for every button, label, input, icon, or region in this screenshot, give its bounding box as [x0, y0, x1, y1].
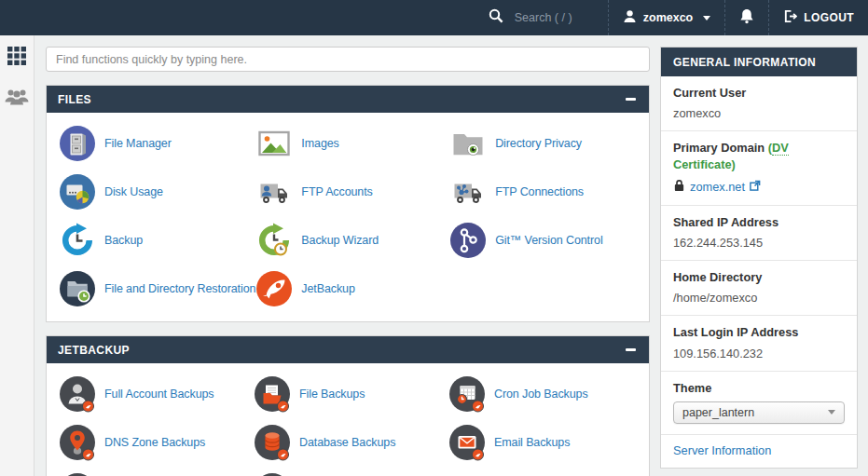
file-manager-icon [59, 125, 96, 162]
logout-label: LOGOUT [804, 11, 854, 24]
logout-button[interactable]: LOGOUT [768, 0, 868, 35]
global-search[interactable]: Search ( / ) [475, 0, 608, 35]
app-item-label[interactable]: File Backups [299, 388, 365, 401]
jetbackup-panel: JETBACKUP Full Account Backups File Back… [46, 335, 650, 476]
theme-label: Theme [673, 380, 845, 396]
dns-zone-backups-icon [59, 424, 96, 461]
app-item-cron-job-backups[interactable]: Cron Job Backups [448, 374, 643, 415]
main-content: FILES File Manager Images [46, 35, 650, 476]
email-backups-icon [448, 424, 486, 461]
database-backups-icon [254, 424, 291, 461]
collapse-files-button[interactable] [624, 92, 638, 106]
app-item-label[interactable]: Disk Usage [104, 185, 163, 198]
app-item-label[interactable]: FTP Connections [495, 185, 584, 198]
app-item-label[interactable]: Directory Privacy [495, 137, 582, 150]
files-panel-title: FILES [58, 93, 91, 106]
file-backups-icon [254, 375, 291, 413]
left-rail [0, 35, 34, 476]
app-item-label[interactable]: File Manager [104, 137, 172, 150]
app-item-full-account-backups[interactable]: Full Account Backups [59, 374, 254, 415]
home-directory-value: /home/zomexco [673, 291, 845, 305]
current-user-value: zomexco [673, 106, 845, 120]
app-item-label[interactable]: Email Backups [494, 436, 570, 449]
app-item-label[interactable]: Database Backups [299, 436, 395, 449]
app-item-directory-privacy[interactable]: Directory Privacy [449, 123, 643, 164]
user-icon [623, 9, 637, 26]
user-manager-icon[interactable] [5, 88, 29, 105]
last-login-value: 109.156.140.232 [673, 347, 845, 360]
app-item-label[interactable]: JetBackup [301, 282, 354, 295]
app-item-database-backups[interactable]: Database Backups [254, 422, 448, 463]
bell-icon [739, 8, 754, 28]
general-information-header: GENERAL INFORMATION [661, 48, 857, 76]
backup-icon [59, 222, 96, 259]
app-item-jetbackup[interactable]: JetBackup [255, 268, 449, 309]
queue-icon [59, 472, 96, 476]
home-directory-label: Home Directory [673, 269, 845, 285]
images-icon [255, 125, 293, 162]
git-icon [449, 222, 487, 259]
notifications-button[interactable] [724, 0, 768, 35]
theme-select[interactable]: paper_lantern [673, 401, 845, 424]
search-icon [489, 8, 503, 27]
cron-job-backups-icon [448, 375, 486, 413]
app-item-queue[interactable]: Queue [59, 470, 254, 476]
shared-ip-row: Shared IP Address 162.244.253.145 [661, 205, 857, 260]
app-item-images[interactable]: Images [255, 123, 449, 164]
app-item-label[interactable]: Cron Job Backups [494, 388, 588, 401]
minus-icon [626, 348, 636, 351]
app-item-dns-zone-backups[interactable]: DNS Zone Backups [59, 422, 254, 463]
app-item-file-backups[interactable]: File Backups [254, 374, 448, 415]
files-items-grid: File Manager Images Directory Privacy [47, 113, 649, 321]
username: zomexco [643, 11, 694, 24]
ftp-connections-icon [449, 173, 487, 211]
server-information-link[interactable]: Server Information [673, 443, 771, 457]
current-user-label: Current User [673, 85, 845, 101]
app-item-disk-usage[interactable]: Disk Usage [59, 171, 255, 212]
app-item-ftp-connections[interactable]: FTP Connections [449, 171, 643, 212]
app-item-file-and-directory-restoration[interactable]: File and Directory Restoration [59, 268, 255, 309]
primary-domain-link[interactable]: zomex.net [690, 180, 745, 194]
primary-domain-label: Primary Domain [673, 141, 765, 155]
app-item-label[interactable]: File and Directory Restoration [104, 282, 255, 295]
app-item-label[interactable]: Backup Wizard [301, 234, 379, 247]
backup-wizard-icon [255, 222, 293, 259]
app-item-label[interactable]: Git™ Version Control [495, 234, 602, 247]
app-item-label[interactable]: Images [301, 137, 338, 150]
chevron-down-icon [703, 16, 710, 20]
app-item-backup-wizard[interactable]: Backup Wizard [255, 220, 449, 261]
current-user-row: Current User zomexco [661, 76, 857, 130]
disk-usage-icon [59, 173, 96, 211]
directory-privacy-icon [449, 125, 487, 162]
primary-domain-row: Primary Domain (DV Certificate) zomex.ne… [661, 130, 857, 205]
external-link-icon[interactable] [750, 180, 761, 194]
app-item-email-backups[interactable]: Email Backups [448, 422, 643, 463]
lock-icon [673, 179, 685, 195]
last-login-row: Last Login IP Address 109.156.140.232 [661, 315, 857, 370]
app-item-file-manager[interactable]: File Manager [59, 123, 255, 164]
app-item-ftp-accounts[interactable]: FTP Accounts [255, 171, 449, 212]
collapse-jetbackup-button[interactable] [624, 343, 638, 357]
general-information-box: GENERAL INFORMATION Current User zomexco… [660, 47, 858, 469]
general-information-title: GENERAL INFORMATION [673, 56, 816, 69]
settings-icon [254, 472, 291, 476]
app-item-label[interactable]: FTP Accounts [301, 185, 372, 198]
chevron-down-icon [828, 410, 835, 415]
app-item-settings[interactable]: Settings [254, 470, 448, 476]
search-placeholder: Search ( / ) [515, 11, 572, 24]
last-login-label: Last Login IP Address [673, 324, 845, 340]
shared-ip-label: Shared IP Address [673, 214, 845, 230]
app-item-label[interactable]: DNS Zone Backups [104, 436, 205, 449]
home-directory-row: Home Directory /home/zomexco [661, 260, 857, 315]
theme-row: Theme paper_lantern [661, 371, 857, 434]
quickfind-input[interactable] [46, 47, 650, 72]
app-item-git-version-control[interactable]: Git™ Version Control [449, 220, 643, 261]
app-item-backup[interactable]: Backup [59, 220, 255, 261]
app-item-label[interactable]: Backup [104, 234, 143, 247]
user-menu[interactable]: zomexco [608, 0, 725, 35]
app-item-label[interactable]: Full Account Backups [104, 388, 214, 401]
shared-ip-value: 162.244.253.145 [673, 236, 845, 250]
right-sidebar: GENERAL INFORMATION Current User zomexco… [660, 35, 858, 476]
apps-grid-icon[interactable] [7, 47, 26, 65]
jetbackup-panel-title: JETBACKUP [58, 344, 130, 357]
